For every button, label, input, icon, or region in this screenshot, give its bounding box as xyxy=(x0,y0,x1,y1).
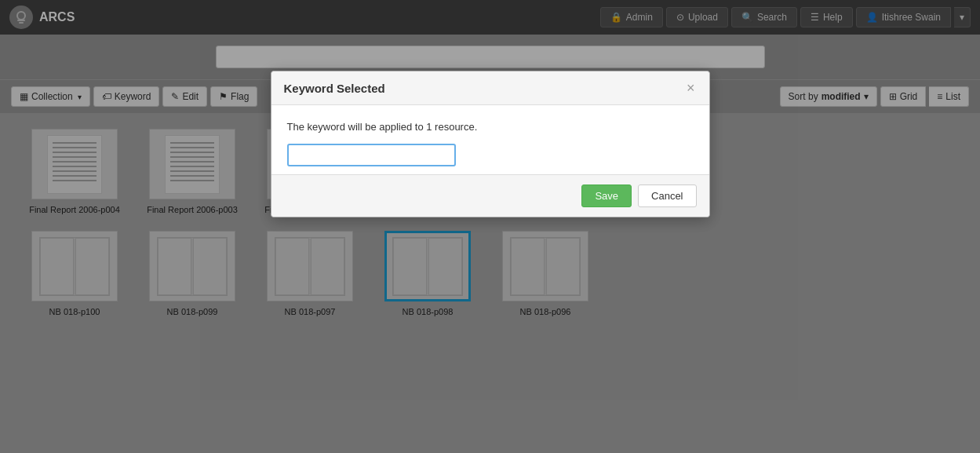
modal-message: The keyword will be applied to 1 resourc… xyxy=(287,121,694,133)
modal-footer: Save Cancel xyxy=(271,174,709,217)
modal-overlay: Keyword Selected × The keyword will be a… xyxy=(0,0,980,453)
modal-title: Keyword Selected xyxy=(284,82,385,95)
save-button[interactable]: Save xyxy=(581,184,632,207)
keyword-input[interactable] xyxy=(287,144,456,166)
cancel-button[interactable]: Cancel xyxy=(638,184,696,207)
modal-body: The keyword will be applied to 1 resourc… xyxy=(271,105,709,174)
modal-header: Keyword Selected × xyxy=(271,71,709,105)
modal-close-button[interactable]: × xyxy=(685,81,697,95)
keyword-selected-modal: Keyword Selected × The keyword will be a… xyxy=(271,71,710,217)
